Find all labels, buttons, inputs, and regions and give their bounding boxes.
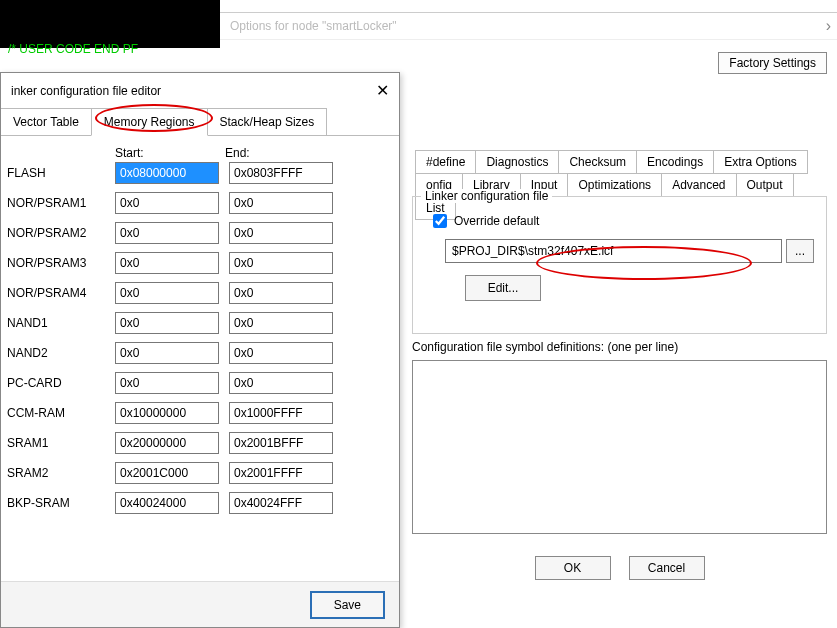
linker-editor-dialog: inker configuration file editor ✕ Vector… xyxy=(0,72,400,628)
memory-end-input[interactable] xyxy=(229,372,333,394)
override-checkbox-input[interactable] xyxy=(433,214,447,228)
tab-extra-options[interactable]: Extra Options xyxy=(713,150,808,174)
memory-label: BKP-SRAM xyxy=(7,496,115,510)
override-label: Override default xyxy=(454,214,539,228)
tab-checksum[interactable]: Checksum xyxy=(558,150,637,174)
override-default-checkbox[interactable]: Override default xyxy=(429,211,814,231)
options-title-text: Options for node "smartLocker" xyxy=(230,19,397,33)
memory-start-input[interactable] xyxy=(115,162,219,184)
memory-start-input[interactable] xyxy=(115,282,219,304)
tab-define[interactable]: #define xyxy=(415,150,476,174)
save-bar: Save xyxy=(1,581,399,627)
tab-encodings[interactable]: Encodings xyxy=(636,150,714,174)
memory-end-input[interactable] xyxy=(229,162,333,184)
memory-label: FLASH xyxy=(7,166,115,180)
memory-row: NOR/PSRAM4 xyxy=(7,282,393,304)
memory-label: SRAM2 xyxy=(7,466,115,480)
cancel-button[interactable]: Cancel xyxy=(629,556,705,580)
tab-advanced[interactable]: Advanced xyxy=(661,173,736,197)
symdef-textarea[interactable] xyxy=(412,360,827,534)
memory-end-input[interactable] xyxy=(229,252,333,274)
dialog-titlebar: inker configuration file editor ✕ xyxy=(1,73,399,108)
memory-end-input[interactable] xyxy=(229,432,333,454)
memory-row: SRAM1 xyxy=(7,432,393,454)
memory-label: NOR/PSRAM3 xyxy=(7,256,115,270)
memory-start-input[interactable] xyxy=(115,462,219,484)
memory-start-input[interactable] xyxy=(115,402,219,424)
memory-label: SRAM1 xyxy=(7,436,115,450)
factory-settings-button[interactable]: Factory Settings xyxy=(718,52,827,74)
ok-button[interactable]: OK xyxy=(535,556,611,580)
memory-label: NOR/PSRAM1 xyxy=(7,196,115,210)
linker-config-group: Linker configuration file Override defau… xyxy=(412,196,827,334)
memory-end-input[interactable] xyxy=(229,492,333,514)
dialog-title-text: inker configuration file editor xyxy=(11,84,161,98)
chevron-right-icon[interactable]: › xyxy=(826,17,831,35)
memory-row: NOR/PSRAM3 xyxy=(7,252,393,274)
edit-button[interactable]: Edit... xyxy=(465,275,541,301)
memory-start-input[interactable] xyxy=(115,432,219,454)
memory-end-input[interactable] xyxy=(229,192,333,214)
memory-start-input[interactable] xyxy=(115,312,219,334)
group-legend: Linker configuration file xyxy=(421,189,552,203)
editor-tabs: Vector Table Memory Regions Stack/Heap S… xyxy=(1,108,399,136)
memory-start-input[interactable] xyxy=(115,222,219,244)
memory-label: CCM-RAM xyxy=(7,406,115,420)
memory-start-input[interactable] xyxy=(115,342,219,364)
memory-row: NOR/PSRAM2 xyxy=(7,222,393,244)
symbol-definitions-section: Configuration file symbol definitions: (… xyxy=(412,340,827,537)
memory-label: NOR/PSRAM4 xyxy=(7,286,115,300)
memory-row: NAND2 xyxy=(7,342,393,364)
memory-row: CCM-RAM xyxy=(7,402,393,424)
config-path-input[interactable] xyxy=(445,239,782,263)
spacer xyxy=(7,146,115,160)
close-icon[interactable]: ✕ xyxy=(376,81,389,100)
tab-memory-regions[interactable]: Memory Regions xyxy=(91,108,208,136)
memory-regions-panel: Start: End: FLASHNOR/PSRAM1NOR/PSRAM2NOR… xyxy=(1,136,399,532)
memory-end-input[interactable] xyxy=(229,402,333,424)
memory-start-input[interactable] xyxy=(115,372,219,394)
memory-end-input[interactable] xyxy=(229,312,333,334)
memory-end-input[interactable] xyxy=(229,282,333,304)
tab-vector-table[interactable]: Vector Table xyxy=(1,108,92,135)
dialog-buttons: OK Cancel xyxy=(412,556,827,580)
memory-row: NAND1 xyxy=(7,312,393,334)
memory-start-input[interactable] xyxy=(115,492,219,514)
memory-end-input[interactable] xyxy=(229,222,333,244)
header-start: Start: xyxy=(115,146,225,160)
memory-label: NAND1 xyxy=(7,316,115,330)
memory-start-input[interactable] xyxy=(115,252,219,274)
memory-end-input[interactable] xyxy=(229,342,333,364)
tab-output[interactable]: Output xyxy=(736,173,794,197)
memory-label: PC-CARD xyxy=(7,376,115,390)
memory-end-input[interactable] xyxy=(229,462,333,484)
memory-row: FLASH xyxy=(7,162,393,184)
memory-row: BKP-SRAM xyxy=(7,492,393,514)
browse-button[interactable]: ... xyxy=(786,239,814,263)
symdef-label: Configuration file symbol definitions: (… xyxy=(412,340,827,354)
code-line: /* USER CODE END PF xyxy=(8,42,138,56)
memory-label: NOR/PSRAM2 xyxy=(7,226,115,240)
memory-label: NAND2 xyxy=(7,346,115,360)
memory-row: NOR/PSRAM1 xyxy=(7,192,393,214)
save-button[interactable]: Save xyxy=(310,591,385,619)
tab-optimizations[interactable]: Optimizations xyxy=(567,173,662,197)
tab-stack-heap[interactable]: Stack/Heap Sizes xyxy=(207,108,328,135)
header-end: End: xyxy=(225,146,335,160)
code-background: /* USER CODE END PF xyxy=(0,0,220,48)
memory-row: SRAM2 xyxy=(7,462,393,484)
options-titlebar: Options for node "smartLocker" › xyxy=(220,12,837,40)
memory-start-input[interactable] xyxy=(115,192,219,214)
tab-diagnostics[interactable]: Diagnostics xyxy=(475,150,559,174)
memory-row: PC-CARD xyxy=(7,372,393,394)
